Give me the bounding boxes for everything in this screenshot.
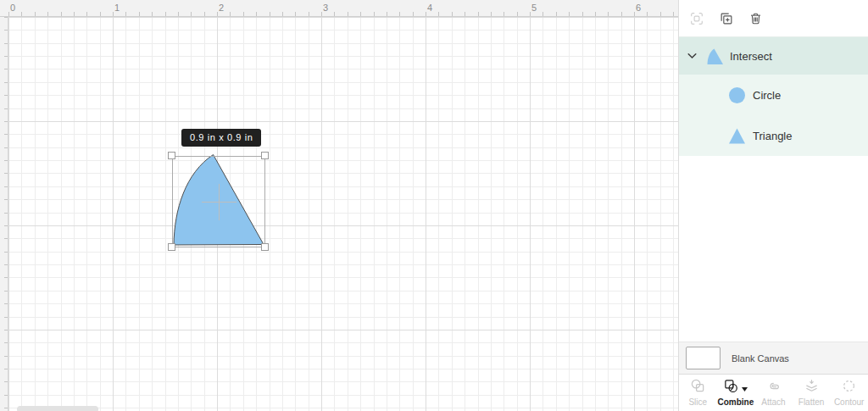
canvas-area[interactable]: 0 1 2 3 4 5 6 0.9 in x 0.9 in xyxy=(0,0,678,411)
multi-select-icon[interactable] xyxy=(689,11,704,26)
combine-button[interactable]: Combine xyxy=(717,375,755,411)
selection-handle-bottom-right[interactable] xyxy=(261,243,269,251)
layer-row-circle[interactable]: Circle xyxy=(679,75,868,115)
tool-label: Flatten xyxy=(798,397,825,407)
horizontal-scrollbar-thumb[interactable] xyxy=(17,406,98,411)
layer-row-triangle[interactable]: Triangle xyxy=(679,115,868,156)
combine-icon xyxy=(723,378,739,397)
dropdown-caret-icon xyxy=(742,380,748,395)
ruler-ticks xyxy=(8,12,678,16)
layer-row-intersect[interactable]: Intersect xyxy=(679,36,868,75)
circle-thumbnail-icon xyxy=(728,86,746,104)
layer-label: Circle xyxy=(753,89,781,102)
horizontal-ruler: 0 1 2 3 4 5 6 xyxy=(0,0,678,17)
intersect-thumbnail-icon xyxy=(706,47,724,65)
tool-label: Combine xyxy=(718,397,754,407)
selection-handle-top-right[interactable] xyxy=(261,152,269,159)
vertical-ruler xyxy=(0,17,8,411)
layers-panel: Intersect Circle Triangle xyxy=(678,0,868,411)
tool-label: Slice xyxy=(688,397,707,407)
size-tooltip: 0.9 in x 0.9 in xyxy=(181,129,261,147)
blank-canvas-row[interactable]: Blank Canvas xyxy=(679,342,868,374)
panel-spacer xyxy=(679,156,868,342)
contour-button: Contour xyxy=(830,375,868,411)
ruler-ticks xyxy=(4,17,8,411)
canvas-grid[interactable] xyxy=(8,17,678,411)
blank-canvas-label: Blank Canvas xyxy=(732,353,789,364)
slice-button: Slice xyxy=(679,375,717,411)
trash-icon[interactable] xyxy=(748,11,763,26)
slice-icon xyxy=(690,378,706,397)
attach-button: Attach xyxy=(754,375,793,411)
layer-label: Triangle xyxy=(753,130,792,142)
attach-icon xyxy=(765,378,782,397)
selection-handle-top-left[interactable] xyxy=(168,152,175,159)
selection-handle-bottom-left[interactable] xyxy=(168,243,175,251)
design-app: 0 1 2 3 4 5 6 0.9 in x 0.9 in xyxy=(0,0,868,411)
canvas-swatch[interactable] xyxy=(686,347,721,369)
tool-label: Contour xyxy=(834,397,865,407)
layer-children: Circle Triangle xyxy=(679,75,868,156)
layer-label: Intersect xyxy=(730,50,772,63)
bottom-toolbar: Slice Combine xyxy=(679,374,868,411)
tool-label: Attach xyxy=(761,397,785,407)
selection-center-crosshair xyxy=(219,184,220,220)
layers-toolbar xyxy=(679,0,868,36)
flatten-button: Flatten xyxy=(793,375,831,411)
duplicate-icon[interactable] xyxy=(719,11,734,26)
contour-icon xyxy=(841,378,857,397)
chevron-down-icon[interactable] xyxy=(687,53,697,59)
triangle-thumbnail-icon xyxy=(728,127,746,145)
flatten-icon xyxy=(804,378,820,397)
